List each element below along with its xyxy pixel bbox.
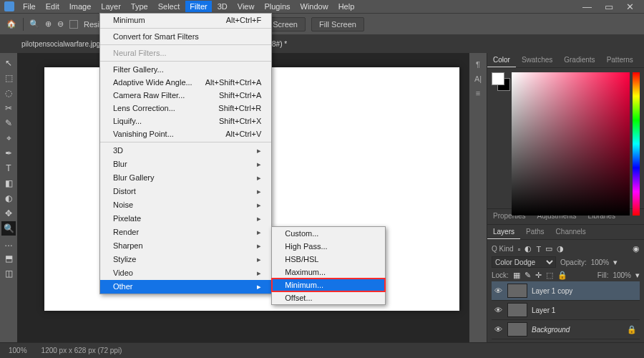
tool-brush[interactable]: ✒: [1, 146, 16, 160]
menu-file[interactable]: File: [19, 1, 40, 12]
menuitem-neural[interactable]: Neural Filters...: [100, 47, 271, 59]
tool-more[interactable]: …: [1, 236, 16, 251]
visibility-icon[interactable]: 👁: [494, 306, 503, 314]
tool-type[interactable]: T: [1, 161, 16, 175]
fill-value[interactable]: 100%: [613, 271, 631, 279]
tool-crop[interactable]: ✂: [1, 101, 16, 115]
tool-zoom[interactable]: 🔍: [1, 221, 16, 236]
lock-position-icon[interactable]: ✛: [535, 271, 542, 280]
menu-edit[interactable]: Edit: [42, 1, 64, 12]
layer-name[interactable]: Layer 1: [532, 306, 555, 314]
visibility-icon[interactable]: 👁: [494, 286, 503, 295]
layer-name[interactable]: Layer 1 copy: [532, 287, 572, 295]
menuitem-distort[interactable]: Distort▸: [100, 185, 271, 198]
menuitem-filter-gallery[interactable]: Filter Gallery...: [100, 63, 271, 76]
menu-window[interactable]: Window: [296, 1, 333, 12]
menu-help[interactable]: Help: [334, 1, 359, 12]
tool-spot[interactable]: ⌖: [1, 131, 16, 145]
filter-smart-icon[interactable]: ◑: [557, 244, 564, 253]
lock-pixels-icon[interactable]: ✎: [525, 271, 531, 280]
status-zoom[interactable]: 100%: [9, 347, 27, 354]
tab-layers[interactable]: Layers: [487, 225, 520, 239]
tab-channels[interactable]: Channels: [550, 225, 592, 239]
menu-view[interactable]: View: [233, 1, 259, 12]
menuitem-3d[interactable]: 3D▸: [100, 144, 271, 158]
lock-transparency-icon[interactable]: ▦: [513, 271, 520, 280]
menuitem-pixelate[interactable]: Pixelate▸: [100, 212, 271, 226]
tab-color[interactable]: Color: [487, 53, 516, 67]
menuitem-minimum[interactable]: Minimum...: [272, 279, 385, 291]
menuitem-liquify[interactable]: Liquify...Shift+Ctrl+X: [100, 115, 271, 127]
menu-plugins[interactable]: Plugins: [260, 1, 294, 12]
zoom-minus-icon[interactable]: ⊖: [57, 19, 64, 29]
tool-lasso[interactable]: ◌: [1, 86, 16, 100]
menuitem-vanish[interactable]: Vanishing Point...Alt+Ctrl+V: [100, 127, 271, 140]
menuitem-render[interactable]: Render▸: [100, 226, 271, 239]
tab-swatches[interactable]: Swatches: [516, 53, 558, 67]
layer-thumbnail[interactable]: [507, 303, 527, 317]
tab-paths[interactable]: Paths: [520, 225, 550, 239]
tool-move[interactable]: ↖: [1, 56, 16, 70]
home-icon[interactable]: 🏠: [6, 19, 17, 30]
layer-row[interactable]: 👁 Layer 1: [492, 301, 640, 320]
menuitem-video[interactable]: Video▸: [100, 266, 271, 280]
tool-rect[interactable]: ◧: [1, 176, 16, 190]
chevron-down-icon[interactable]: ▾: [635, 271, 640, 280]
tool-gradient[interactable]: ◐: [1, 191, 16, 205]
menuitem-cameraraw[interactable]: Camera Raw Filter...Shift+Ctrl+A: [100, 89, 271, 102]
blend-mode-select[interactable]: Color Dodge: [492, 256, 556, 268]
filter-shape-icon[interactable]: ▭: [545, 244, 552, 253]
fill-screen-button[interactable]: Fill Screen: [311, 17, 364, 32]
window-maximize[interactable]: ▭: [599, 0, 619, 14]
zoom-plus-icon[interactable]: ⊕: [45, 19, 52, 29]
tab-patterns[interactable]: Patterns: [601, 53, 639, 67]
tool-swatches-fg[interactable]: ⬒: [1, 251, 16, 266]
menu-type[interactable]: Type: [127, 1, 152, 12]
filter-type-icon[interactable]: T: [536, 245, 541, 253]
tool-swatches-bg[interactable]: ◫: [1, 266, 16, 281]
menu-image[interactable]: Image: [65, 1, 96, 12]
menuitem-blur-gallery[interactable]: Blur Gallery▸: [100, 171, 271, 185]
fg-swatch[interactable]: [492, 72, 504, 85]
layer-thumbnail[interactable]: [507, 284, 527, 298]
menuitem-adaptive[interactable]: Adaptive Wide Angle...Alt+Shift+Ctrl+A: [100, 76, 271, 89]
tool-eyedropper[interactable]: ✎: [1, 116, 16, 130]
menuitem-maximum[interactable]: Maximum...: [272, 266, 385, 279]
color-field[interactable]: [512, 72, 630, 216]
window-close[interactable]: ✕: [620, 0, 640, 14]
menu-filter[interactable]: Filter: [185, 1, 211, 12]
filter-toggle[interactable]: ◉: [633, 244, 640, 253]
menuitem-convert-smart[interactable]: Convert for Smart Filters: [100, 30, 271, 43]
window-minimize[interactable]: —: [577, 0, 597, 14]
tool-hand[interactable]: ✥: [1, 206, 16, 221]
layer-row[interactable]: 👁 Layer 1 copy: [492, 281, 640, 301]
chevron-down-icon[interactable]: ▾: [613, 258, 618, 267]
character-icon[interactable]: A|: [472, 73, 484, 84]
filter-pixel-icon[interactable]: ▫: [518, 245, 521, 253]
hue-slider[interactable]: [633, 72, 640, 216]
glyphs-icon[interactable]: ¶: [472, 59, 484, 70]
paragraph-icon[interactable]: ≡: [472, 87, 484, 99]
menuitem-last-filter[interactable]: MinimumAlt+Ctrl+F: [100, 14, 271, 26]
tool-marquee[interactable]: ⬚: [1, 71, 16, 85]
status-doc-info[interactable]: 1200 px x 628 px (72 ppi): [42, 347, 122, 354]
menuitem-lens[interactable]: Lens Correction...Shift+Ctrl+R: [100, 102, 271, 115]
menu-select[interactable]: Select: [154, 1, 185, 12]
menu-layer[interactable]: Layer: [97, 1, 125, 12]
layer-row[interactable]: 👁 Background 🔒: [492, 320, 640, 339]
menuitem-sharpen[interactable]: Sharpen▸: [100, 239, 271, 253]
lock-artboard-icon[interactable]: ⬚: [546, 271, 553, 280]
menuitem-hsbhsl[interactable]: HSB/HSL: [272, 253, 385, 266]
opacity-value[interactable]: 100%: [591, 258, 610, 266]
layer-name[interactable]: Background: [532, 326, 570, 334]
lock-all-icon[interactable]: 🔒: [557, 271, 567, 280]
filter-adjust-icon[interactable]: ◐: [525, 244, 532, 253]
tab-gradients[interactable]: Gradients: [558, 53, 600, 67]
menu-3d[interactable]: 3D: [213, 1, 232, 12]
menuitem-stylize[interactable]: Stylize▸: [100, 253, 271, 266]
layer-thumbnail[interactable]: [507, 322, 527, 337]
menuitem-offset[interactable]: Offset...: [272, 291, 385, 304]
menuitem-other[interactable]: Other▸ Custom... High Pass... HSB/HSL Ma…: [100, 280, 271, 294]
resize-checkbox[interactable]: [69, 20, 78, 29]
visibility-icon[interactable]: 👁: [494, 325, 503, 334]
